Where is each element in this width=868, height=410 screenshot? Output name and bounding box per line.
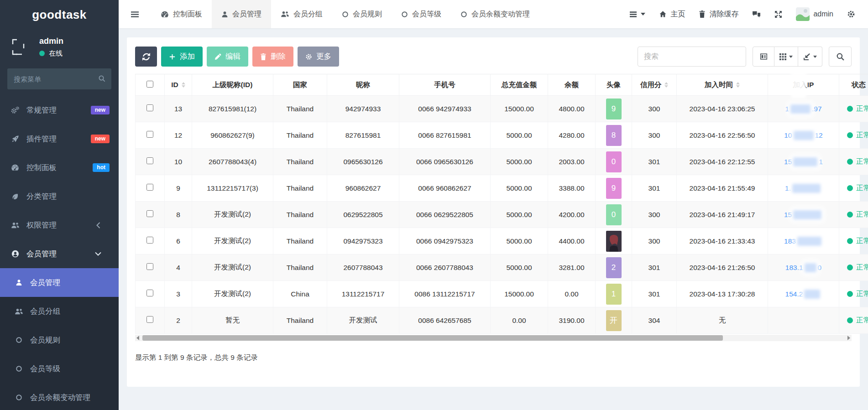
nav-user[interactable]: admin <box>796 7 833 21</box>
phone-cell: 0086 642657685 <box>399 307 491 334</box>
sidebar-toggle-hamburger-icon[interactable] <box>119 0 151 28</box>
gear-icon[interactable] <box>847 10 855 18</box>
avatar-photo <box>606 231 622 252</box>
delete-button[interactable]: 删除 <box>252 47 293 67</box>
id-cell: 10 <box>165 149 192 175</box>
join-ip-cell: 1. <box>768 175 839 202</box>
column-header-content: 昵称 <box>356 80 370 90</box>
cell-text: 0965630126 <box>343 158 382 166</box>
nav-tabs-menu-toggle[interactable] <box>629 11 645 18</box>
tab-4[interactable]: 会员规则 <box>332 0 392 28</box>
redaction-blur <box>792 184 821 193</box>
cell-text: Thailand <box>287 105 314 113</box>
join-ip-cell <box>768 307 839 334</box>
ip-link[interactable]: 183 <box>784 237 823 246</box>
tab-6[interactable]: 会员余额变动管理 <box>451 0 539 28</box>
search-button[interactable] <box>829 47 852 67</box>
scrollbar-thumb[interactable] <box>142 335 723 341</box>
status-cell: 正常 <box>839 228 868 254</box>
cell-text: 13 <box>174 105 182 113</box>
status-badge: 正常 <box>847 236 868 246</box>
ip-link[interactable]: 151 <box>784 157 823 166</box>
sidebar-subitem-5[interactable]: 会员余额变动管理 <box>0 383 119 410</box>
total-recharge-cell: 5000.00 <box>491 202 548 228</box>
tab-5[interactable]: 会员等级 <box>392 0 451 28</box>
ip-link[interactable]: 1.97 <box>785 104 821 114</box>
row-checkbox[interactable] <box>146 184 153 191</box>
column-header-11[interactable]: 加入时间 <box>677 74 768 96</box>
id-cell: 12 <box>165 122 192 149</box>
nav-home[interactable]: 主页 <box>659 10 685 19</box>
redaction-blur <box>794 131 814 140</box>
cell-text: 2023-04-16 22:56:50 <box>690 131 755 139</box>
scroll-right-arrow-icon[interactable] <box>847 336 850 340</box>
sidebar-item-label: 权限管理 <box>26 220 57 230</box>
refresh-button[interactable] <box>135 47 157 67</box>
circle-icon <box>13 394 25 401</box>
nav-clear-cache[interactable]: 清除缓存 <box>699 10 738 19</box>
row-checkbox[interactable] <box>146 263 153 270</box>
row-checkbox[interactable] <box>146 316 153 323</box>
ip-suffix: 0 <box>818 264 822 272</box>
tab-3[interactable]: 会员分组 <box>271 0 332 28</box>
avatar-cell: 开 <box>596 307 632 334</box>
row-checkbox[interactable] <box>146 157 153 164</box>
sidebar-item-2[interactable]: 插件管理new <box>0 125 119 153</box>
search-icon[interactable] <box>98 75 105 82</box>
search-icon <box>836 52 844 61</box>
sidebar-subitem-4[interactable]: 会员等级 <box>0 354 119 383</box>
ip-suffix: 12 <box>815 131 823 140</box>
detail-view-button[interactable] <box>753 47 774 67</box>
main-area: 控制面板会员管理会员分组会员规则会员等级会员余额变动管理 主页 清除缓存 <box>119 0 868 410</box>
home-icon <box>659 10 667 18</box>
leaf-icon <box>9 193 21 200</box>
language-icon[interactable] <box>752 10 761 18</box>
sidebar-search-input[interactable] <box>7 68 111 89</box>
sidebar-subitem-2[interactable]: 会员分组 <box>0 297 119 326</box>
trash-icon <box>260 53 267 60</box>
add-button[interactable]: 添加 <box>161 47 203 67</box>
select-all-checkbox[interactable] <box>146 81 153 88</box>
cell-text: 2023-04-13 17:30:28 <box>690 290 755 298</box>
sidebar-item-5[interactable]: 权限管理 <box>0 211 119 239</box>
table-search-input[interactable] <box>638 47 746 67</box>
sidebar-subitem-label: 会员分组 <box>30 306 60 317</box>
sidebar-subitem-3[interactable]: 会员规则 <box>0 326 119 354</box>
edit-button[interactable]: 编辑 <box>207 47 248 67</box>
tab-1[interactable]: 控制面板 <box>151 0 212 28</box>
column-header-4: 国家 <box>273 74 327 96</box>
export-button[interactable] <box>798 47 822 67</box>
column-header-2[interactable]: ID <box>165 74 192 96</box>
ip-link[interactable]: 154.2 <box>785 290 822 299</box>
row-checkbox[interactable] <box>146 237 153 244</box>
ip-link[interactable]: 15 <box>784 210 823 219</box>
nickname-cell: 开发测试 <box>327 307 399 334</box>
columns-toggle-button[interactable] <box>774 47 798 67</box>
tab-2[interactable]: 会员管理 <box>212 0 271 28</box>
sidebar-item-6[interactable]: 会员管理 <box>0 239 119 268</box>
circle-icon <box>460 11 467 18</box>
sidebar-item-1[interactable]: 常规管理new <box>0 96 119 125</box>
cell-text: 300 <box>648 237 660 245</box>
phone-cell: 0066 2607788043 <box>399 254 491 281</box>
row-checkbox[interactable] <box>146 104 153 111</box>
ip-link[interactable]: 183.10 <box>785 263 821 272</box>
cell-text: 4800.00 <box>559 105 584 113</box>
avatar-badge: 1 <box>606 284 622 305</box>
sidebar-item-4[interactable]: 分类管理 <box>0 182 119 211</box>
user-avatar <box>9 36 32 58</box>
row-checkbox[interactable] <box>146 290 153 296</box>
sidebar-subitem-1[interactable]: 会员管理 <box>0 268 119 297</box>
ip-link[interactable]: 1012 <box>784 131 823 140</box>
more-button[interactable]: 更多 <box>298 47 339 67</box>
horizontal-scrollbar[interactable] <box>135 335 852 341</box>
fullscreen-expand-icon[interactable] <box>774 10 782 18</box>
row-checkbox[interactable] <box>146 131 153 138</box>
row-checkbox[interactable] <box>146 210 153 217</box>
column-header-10[interactable]: 信用分 <box>632 74 677 96</box>
ip-link[interactable]: 1. <box>785 184 822 193</box>
avatar-badge: 9 <box>606 178 622 199</box>
sidebar-item-3[interactable]: 控制面板hot <box>0 153 119 182</box>
scroll-left-arrow-icon[interactable] <box>136 336 139 340</box>
table-row: 2暂无Thailand开发测试0086 6426576850.003190.00… <box>136 307 868 334</box>
